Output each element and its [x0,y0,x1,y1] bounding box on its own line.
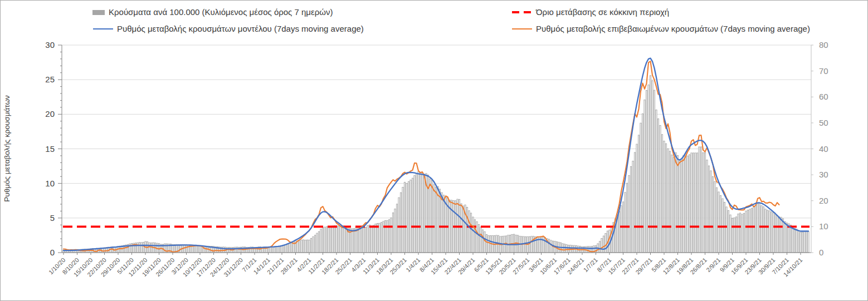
chart-window: Κρούσματα ανά 100.000 (Κυλιόμενος μέσος … [0,0,868,301]
y-left-tick-label: 10 [45,179,55,188]
y-right-tick-label: 20 [819,196,828,205]
y-right-tick-label: 80 [819,40,828,50]
y-right-tick-label: 70 [819,66,828,76]
y-right-tick-label: 0 [819,248,823,257]
y-left-tick-label: 15 [45,144,55,154]
x-axis-date-label: 1/7/21 [582,256,599,273]
x-axis-date-label: 1/4/21 [404,256,421,273]
y-right-tick-label: 50 [819,118,828,127]
y-right-tick-label: 60 [819,92,828,101]
y-left-tick-label: 30 [45,40,55,50]
x-axis-date-label: 2/9/21 [705,256,721,273]
y-right-tick-label: 30 [819,170,828,179]
y-left-tick-label: 20 [45,109,55,119]
y-right-tick-label: 10 [819,221,828,231]
chart-canvas: 051015202530010203040506070801/10/208/10… [1,1,868,301]
y-left-tick-label: 0 [50,248,55,257]
y-axis-title: Ρυθμός μεταβολής κρουσμάτων [3,95,11,202]
y-left-tick-label: 5 [50,213,55,223]
y-left-tick-label: 25 [45,75,55,84]
y-right-tick-label: 40 [819,144,828,154]
